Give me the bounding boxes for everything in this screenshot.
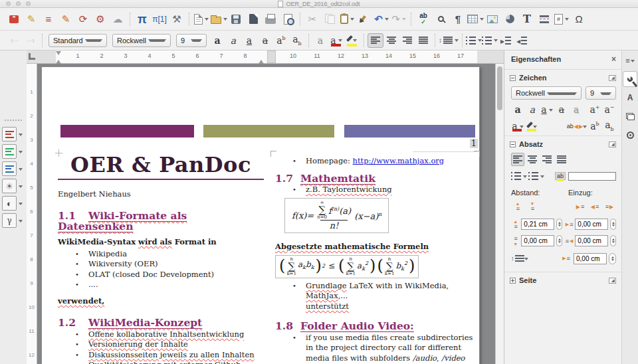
copy-button[interactable]: [321, 11, 338, 28]
line-spacing-button[interactable]: ↕: [439, 33, 459, 48]
numbered-list-button[interactable]: [482, 33, 498, 48]
clear-formatting-button[interactable]: a: [312, 33, 328, 48]
sidebar-font-size-select[interactable]: 9: [585, 86, 616, 100]
insert-formula-button[interactable]: π: [134, 11, 151, 28]
sidebar-font-name-select[interactable]: Rockwell: [511, 86, 582, 100]
document-page[interactable]: 1 OER & PanDoc Engelbert Niehaus 1.1Wiki…: [41, 66, 480, 364]
spacing-above-stepper[interactable]: [556, 219, 562, 230]
save-button[interactable]: [227, 11, 245, 28]
show-track-changes-button[interactable]: ≡: [40, 11, 57, 28]
align-center-button[interactable]: [383, 33, 399, 48]
sb-bold-button[interactable]: a: [511, 103, 524, 116]
redo-button[interactable]: ↷: [390, 11, 407, 28]
paragraph-background-icon[interactable]: ab: [555, 172, 566, 180]
paragraph-dialog-launcher-icon[interactable]: [609, 141, 616, 147]
strikethrough-button[interactable]: a: [257, 33, 273, 48]
mathjax-link[interactable]: http://www.mathjax.org: [353, 156, 445, 165]
insert-special-character-button[interactable]: Ω: [570, 11, 587, 28]
superscript-button[interactable]: ab: [273, 33, 289, 48]
insert-table-button[interactable]: [467, 11, 484, 28]
sb-shadow-button[interactable]: a: [570, 103, 583, 116]
justify-button[interactable]: [415, 33, 431, 48]
increase-font-size-button[interactable]: a+: [588, 103, 601, 116]
sb-justify-button[interactable]: [555, 153, 568, 166]
sb-underline-button[interactable]: a: [540, 103, 554, 116]
align-right-button[interactable]: [399, 33, 415, 48]
first-line-indent-field[interactable]: [574, 253, 607, 264]
formula-taylor[interactable]: f(x)= ∞∑n=0 f(n)(a) n! (x−a)n: [284, 198, 389, 234]
tab-gallery[interactable]: [623, 108, 637, 124]
export-pdf-button[interactable]: [245, 11, 262, 28]
sync-document-button[interactable]: ⟳: [74, 11, 92, 28]
italic-button[interactable]: a: [225, 33, 241, 48]
new-document-button[interactable]: [193, 11, 210, 28]
blue-channel-button[interactable]: [2, 161, 17, 176]
spacing-below-stepper[interactable]: [556, 235, 562, 246]
sb-strikethrough-button[interactable]: a: [555, 103, 568, 116]
decrease-spacing-button[interactable]: ▼≡: [526, 200, 539, 213]
underline-button[interactable]: a: [241, 33, 257, 48]
print-preview-button[interactable]: [279, 11, 296, 28]
font-name-select[interactable]: Rockwell: [112, 34, 171, 47]
sidebar-menu-button[interactable]: ≡: [623, 52, 637, 68]
sb-align-center-button[interactable]: [526, 153, 539, 166]
tab-properties[interactable]: [623, 71, 637, 87]
decrease-indent-button[interactable]: ◀: [514, 33, 530, 48]
indent-before-stepper[interactable]: [610, 219, 616, 230]
increase-indent-button[interactable]: ▶: [498, 33, 514, 48]
sb-align-left-button[interactable]: [511, 153, 524, 166]
vertical-ruler[interactable]: 123456789101112: [27, 64, 37, 364]
insert-page-break-button[interactable]: [536, 11, 553, 28]
cloud-button[interactable]: ☁: [109, 11, 126, 28]
section-absatz[interactable]: Absatz: [504, 136, 621, 149]
open-file-button[interactable]: [210, 11, 227, 28]
page-dialog-launcher-icon[interactable]: [609, 278, 616, 284]
formula-cauchy-schwarz[interactable]: ( n∑k=1 akbk )2 ≤ ( n∑k=1 ak2 ) ( n∑k=1 …: [275, 255, 419, 278]
first-line-indent-stepper[interactable]: [609, 253, 616, 264]
undo-button[interactable]: ↶: [373, 11, 390, 28]
gamma-button[interactable]: γ: [2, 213, 17, 228]
back-button[interactable]: ‹··: [7, 33, 23, 48]
indent-after-field[interactable]: [575, 235, 608, 246]
sb-font-color-button[interactable]: a: [511, 120, 524, 133]
collapse-icon[interactable]: [510, 75, 516, 81]
right-indent-marker[interactable]: [259, 57, 264, 64]
sb-increase-indent-button[interactable]: ▶≡: [574, 200, 587, 213]
font-color-button[interactable]: a: [328, 33, 344, 48]
section-zeichen[interactable]: Zeichen: [504, 69, 621, 83]
spellcheck-button[interactable]: ab✓: [415, 11, 432, 28]
sb-subscript-button[interactable]: ab: [603, 120, 616, 133]
insert-field-button[interactable]: #: [553, 11, 570, 28]
cut-button[interactable]: ✂: [304, 11, 321, 28]
find-replace-button[interactable]: [432, 11, 449, 28]
contrast-button[interactable]: ◐: [2, 196, 17, 211]
tab-styles[interactable]: A: [623, 90, 637, 106]
print-button[interactable]: [262, 11, 279, 28]
insert-annotation-button[interactable]: ”: [5, 11, 23, 28]
clone-formatting-button[interactable]: [356, 11, 373, 28]
horizontal-ruler[interactable]: 1234567891011121314151617: [27, 50, 504, 64]
paragraph-style-select[interactable]: Standard: [49, 34, 107, 47]
spacing-below-field[interactable]: [521, 235, 554, 246]
insert-image-button[interactable]: [484, 11, 501, 28]
expand-icon[interactable]: [510, 278, 516, 284]
paste-button[interactable]: [338, 11, 356, 28]
sb-bullet-list-button[interactable]: [511, 169, 527, 183]
paragraph-background-swatch[interactable]: [568, 172, 616, 181]
insert-textbox-button[interactable]: T: [518, 11, 536, 28]
toolbar-drag-handle[interactable]: [5, 120, 22, 124]
decrease-font-size-button[interactable]: a−: [603, 103, 616, 116]
character-spacing-button[interactable]: ab◀▶: [569, 120, 587, 133]
indent-before-field[interactable]: [575, 219, 608, 230]
edit-annotation-button[interactable]: ✎: [23, 11, 40, 28]
insert-numbered-formula-button[interactable]: π[1]: [151, 11, 168, 28]
scrollbar-thumb[interactable]: [497, 66, 502, 110]
customize-tools-button[interactable]: ⚒: [168, 11, 185, 28]
sb-highlight-button[interactable]: [526, 120, 539, 133]
spacing-above-field[interactable]: [521, 219, 554, 230]
bullet-list-button[interactable]: [466, 33, 482, 48]
tab-navigator[interactable]: [623, 127, 637, 143]
highlight-color-button[interactable]: [344, 33, 360, 48]
sb-align-right-button[interactable]: [540, 153, 554, 166]
record-track-changes-button[interactable]: ✎: [57, 11, 74, 28]
